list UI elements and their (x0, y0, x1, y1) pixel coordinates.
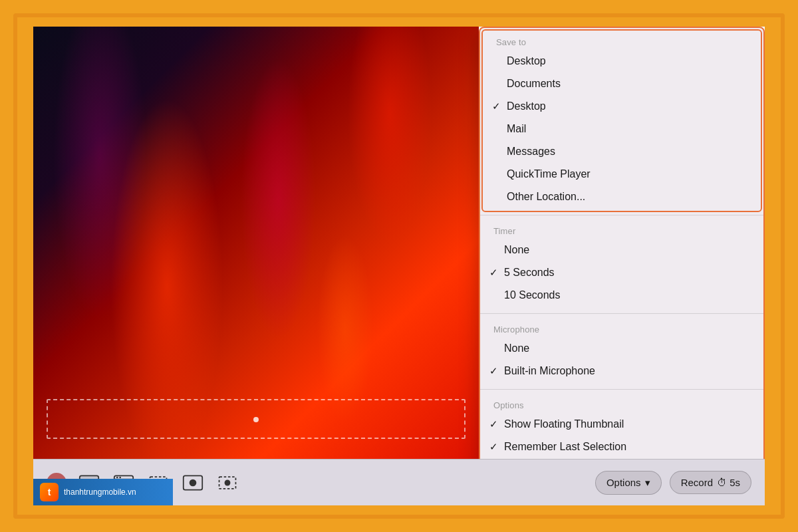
svg-point-11 (225, 479, 231, 485)
divider-3 (480, 389, 763, 390)
microphone-section: Microphone None ✓ Built-in Microphone (480, 317, 763, 386)
record-timer-icon: ⏱ 5s (717, 477, 740, 488)
options-section: Options ✓ Show Floating Thumbnail ✓ Reme… (480, 392, 763, 459)
menu-item-desktop-checked[interactable]: ✓ Desktop (483, 95, 761, 118)
toolbar-right: Options ▾ Record ⏱ 5s (595, 471, 751, 495)
checkmark-mic: ✓ (489, 365, 498, 377)
menu-item-show-thumbnail[interactable]: ✓ Show Floating Thumbnail (480, 413, 763, 436)
options-button[interactable]: Options ▾ (595, 471, 662, 495)
screen-record-selection-button[interactable] (213, 470, 242, 495)
timer-header: Timer (480, 222, 763, 239)
outer-border: Save to Desktop Documents ✓ Desktop Mail (13, 13, 785, 519)
screen-record-full-button[interactable] (178, 470, 207, 495)
menu-item-other-location[interactable]: Other Location... (483, 186, 761, 208)
save-to-header: Save to (483, 33, 761, 50)
logo-bar: t thanhtrungmobile.vn (33, 479, 173, 505)
background-area (33, 27, 479, 459)
menu-item-mail[interactable]: Mail (483, 118, 761, 140)
menu-item-desktop-1[interactable]: Desktop (483, 50, 761, 72)
plant-overlay (33, 27, 479, 459)
main-content: Save to Desktop Documents ✓ Desktop Mail (33, 27, 765, 459)
menu-item-builtin-mic[interactable]: ✓ Built-in Microphone (480, 360, 763, 382)
checkmark-thumbnail: ✓ (489, 418, 498, 430)
logo-icon: t (40, 483, 59, 501)
logo-text: thanhtrungmobile.vn (64, 487, 136, 497)
menu-item-10-seconds[interactable]: 10 Seconds (480, 284, 763, 307)
menu-item-timer-none[interactable]: None (480, 239, 763, 261)
menu-item-mic-none[interactable]: None (480, 337, 763, 360)
menu-item-quicktime[interactable]: QuickTime Player (483, 163, 761, 186)
checkmark-remember: ✓ (489, 441, 498, 453)
record-button[interactable]: Record ⏱ 5s (670, 471, 751, 494)
svg-point-9 (190, 479, 197, 486)
menu-item-show-mouse[interactable]: ✓ Show Mouse Clicks (480, 458, 763, 459)
screen-container: Save to Desktop Documents ✓ Desktop Mail (33, 27, 765, 505)
options-label: Options (606, 477, 641, 488)
context-menu: Save to Desktop Documents ✓ Desktop Mail (479, 27, 765, 459)
divider-2 (480, 313, 763, 314)
save-to-section: Save to Desktop Documents ✓ Desktop Mail (481, 29, 762, 212)
menu-item-documents[interactable]: Documents (483, 72, 761, 95)
menu-item-messages[interactable]: Messages (483, 140, 761, 163)
checkmark-desktop: ✓ (492, 100, 501, 112)
divider-1 (480, 215, 763, 215)
menu-item-5-seconds[interactable]: ✓ 5 Seconds (480, 261, 763, 284)
timer-section: Timer None ✓ 5 Seconds 10 Seconds (480, 218, 763, 311)
options-header: Options (480, 396, 763, 413)
microphone-header: Microphone (480, 321, 763, 337)
checkmark-5sec: ✓ (489, 267, 498, 279)
svg-point-5 (116, 476, 118, 478)
menu-item-remember-selection[interactable]: ✓ Remember Last Selection (480, 436, 763, 458)
record-label: Record (681, 477, 713, 488)
chevron-down-icon: ▾ (645, 477, 650, 489)
svg-point-6 (119, 476, 121, 478)
selection-dot (253, 417, 259, 422)
